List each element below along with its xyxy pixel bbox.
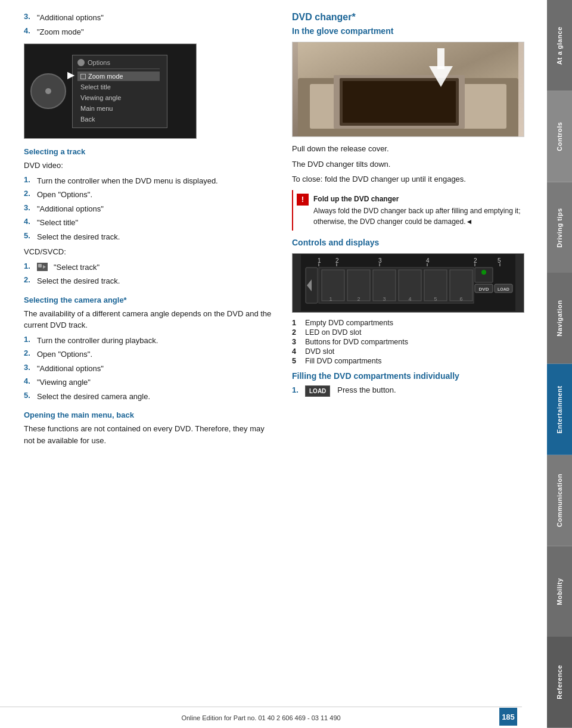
legend-text: DVD slot xyxy=(305,347,334,356)
cam-item-5: 5. Select the desired camera angle. xyxy=(24,391,274,403)
page-number-area: 185 xyxy=(499,708,517,726)
sidebar-tab-reference[interactable]: Reference xyxy=(547,637,572,728)
camera-angle-items: 1. Turn the controller during playback. … xyxy=(24,335,274,403)
item-text: Open "Options". xyxy=(37,349,92,360)
options-screenshot: Options Zoom mode Select title Viewing a… xyxy=(24,43,197,139)
legend-item-5: 5 Fill DVD compartments xyxy=(292,357,524,365)
item-num: 1. xyxy=(24,335,33,347)
item-text: Open "Options". xyxy=(37,189,92,201)
item-num: 3. xyxy=(24,363,33,375)
legend-text: Empty DVD compartments xyxy=(305,319,393,327)
cam-item-2: 2. Open "Options". xyxy=(24,349,274,360)
item-num: 2. xyxy=(24,275,33,287)
svg-rect-7 xyxy=(437,48,444,69)
sidebar-tab-at-glance[interactable]: At a glance xyxy=(547,0,572,91)
item-text: "Additional options" xyxy=(37,363,104,375)
camera-angle-intro: The availability of a different camera a… xyxy=(24,308,274,331)
right-col: DVD changer* In the glove compartment xyxy=(292,12,524,692)
legend-num: 2 xyxy=(292,328,300,337)
item-text: "Viewing angle" xyxy=(37,377,91,388)
item-num: 4. xyxy=(24,26,33,38)
cam-item-3: 3. "Additional options" xyxy=(24,363,274,375)
svg-rect-5 xyxy=(343,81,456,123)
dvd-video-label: DVD video: xyxy=(24,160,274,172)
item-text: Select the desired track. xyxy=(37,231,120,243)
dvd-item-3: 3. "Additional options" xyxy=(24,203,274,215)
camera-angle-title: Selecting the camera angle* xyxy=(24,295,274,304)
dvd-video-items: 1. Turn the controller when the DVD menu… xyxy=(24,175,274,243)
legend-item-3: 3 Buttons for DVD compartments xyxy=(292,338,524,346)
warning-text: Fold up the DVD changer Always fold the … xyxy=(313,194,521,227)
item-num: 4. xyxy=(24,377,33,388)
filling-title: Filling the DVD compartments individuall… xyxy=(292,371,524,381)
svg-text:3: 3 xyxy=(378,257,382,264)
cam-item-1: 1. Turn the controller during playback. xyxy=(24,335,274,347)
sidebar-tab-entertainment[interactable]: Entertainment xyxy=(547,364,572,455)
item-text: Turn the controller during playback. xyxy=(37,335,158,347)
load-btn: LOAD xyxy=(305,385,330,397)
sidebar-tab-controls[interactable]: Controls xyxy=(547,91,572,182)
legend-num: 1 xyxy=(292,319,300,327)
item-num: 1. xyxy=(24,175,33,187)
legend-text: Buttons for DVD compartments xyxy=(305,338,408,346)
svg-text:6: 6 xyxy=(459,296,462,302)
dvd-item-4: 4. "Select title" xyxy=(24,217,274,229)
glove-compartment-image xyxy=(292,42,524,137)
glove-step-2: The DVD changer tilts down. xyxy=(292,158,524,170)
item-num: 3. xyxy=(24,12,33,24)
svg-text:1: 1 xyxy=(318,257,321,264)
item-text: "Zoom mode" xyxy=(37,26,84,38)
svg-point-37 xyxy=(481,270,486,275)
item-num: 1. xyxy=(292,385,301,397)
legend-text: LED on DVD slot xyxy=(305,328,361,337)
top-numbered-items: 3. "Additional options" 4. "Zoom mode" xyxy=(24,12,274,38)
vcd-item-1: 1. "Select track" xyxy=(24,262,274,273)
legend-text: Fill DVD compartments xyxy=(305,357,382,365)
page-container: 3. "Additional options" 4. "Zoom mode" xyxy=(0,0,572,728)
item-num: 1. xyxy=(24,262,33,273)
svg-rect-36 xyxy=(475,267,493,282)
item-num: 2. xyxy=(24,349,33,360)
load-button-inline: LOAD xyxy=(305,385,330,397)
two-col-layout: 3. "Additional options" 4. "Zoom mode" xyxy=(24,12,529,692)
item-num: 5. xyxy=(24,231,33,243)
svg-text:2: 2 xyxy=(335,257,339,264)
options-main-menu: Main menu xyxy=(77,104,160,113)
svg-text:3: 3 xyxy=(383,296,386,302)
footer-text: Online Edition for Part no. 01 40 2 606 … xyxy=(181,714,340,721)
sidebar-tab-communication[interactable]: Communication xyxy=(547,455,572,546)
sidebar-tab-driving-tips[interactable]: Driving tips xyxy=(547,182,572,273)
sidebar-tab-mobility[interactable]: Mobility xyxy=(547,546,572,637)
filling-step-1: 1. LOAD Press the button. xyxy=(292,385,524,397)
vcd-items: 1. "Select track" 2. Select the desired … xyxy=(24,262,274,287)
dvd-item-1: 1. Turn the controller when the DVD menu… xyxy=(24,175,274,187)
dvd-item-2: 2. Open "Options". xyxy=(24,189,274,201)
item-num: 4. xyxy=(24,217,33,229)
vcd-item-2: 2. Select the desired track. xyxy=(24,275,274,287)
options-title: Options xyxy=(88,59,110,66)
svg-text:1: 1 xyxy=(329,296,332,302)
sidebar-tab-navigation[interactable]: Navigation xyxy=(547,273,572,364)
glove-compartment-title: In the glove compartment xyxy=(292,26,524,36)
dvd-changer-title: DVD changer* xyxy=(292,12,524,23)
cam-item-4: 4. "Viewing angle" xyxy=(24,377,274,388)
options-back: Back xyxy=(77,114,160,124)
page-number-box: 185 xyxy=(499,708,517,726)
dvd-item-5: 5. Select the desired track. xyxy=(24,231,274,243)
vcd-label: VCD/SVCD: xyxy=(24,246,274,258)
warning-title: Fold up the DVD changer xyxy=(313,194,521,204)
footer: Online Edition for Part no. 01 40 2 606 … xyxy=(0,707,522,728)
svg-text:4: 4 xyxy=(426,257,430,264)
item-num: 5. xyxy=(24,391,33,403)
item-text: "Select title" xyxy=(37,217,78,229)
left-col: 3. "Additional options" 4. "Zoom mode" xyxy=(24,12,274,692)
item-num: 2. xyxy=(24,189,33,201)
filling-step-1-text: Press the button. xyxy=(337,385,396,397)
controls-displays-title: Controls and displays xyxy=(292,238,524,247)
right-sidebar: At a glance Controls Driving tips Naviga… xyxy=(547,0,572,728)
legend-item-2: 2 LED on DVD slot xyxy=(292,328,524,337)
legend-num: 5 xyxy=(292,357,300,365)
item-text: "Additional options" xyxy=(37,203,104,215)
item-text: "Select track" xyxy=(54,262,100,273)
svg-text:5: 5 xyxy=(498,257,501,264)
